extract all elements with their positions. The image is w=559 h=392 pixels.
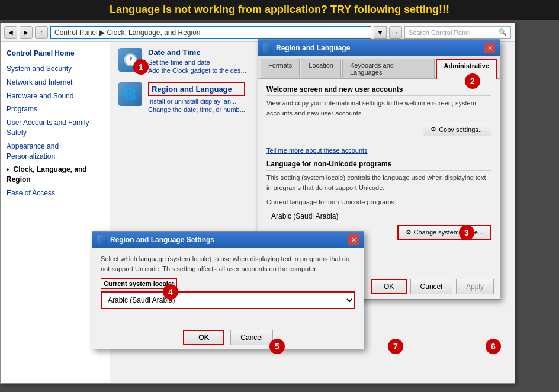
search-box[interactable]: Search Control Panel 🔍 bbox=[404, 26, 511, 39]
refresh-button[interactable]: → bbox=[389, 26, 402, 39]
dialog-title-area: Region and Language bbox=[263, 43, 350, 53]
current-value: Arabic (Saudi Arabia) bbox=[266, 212, 491, 220]
date-time-link3[interactable]: Add the Clock gadget to the des... bbox=[148, 67, 246, 74]
region-title[interactable]: Region and Language bbox=[148, 82, 245, 96]
locale-select-wrapper: Arabic (Saudi Arabia) English (United St… bbox=[101, 291, 355, 309]
dialog-apply-button[interactable]: Apply bbox=[456, 279, 494, 294]
settings-ok-button[interactable]: OK bbox=[183, 330, 224, 345]
settings-close-button[interactable]: ✕ bbox=[348, 234, 359, 245]
settings-title-area: Region and Language Settings bbox=[97, 235, 214, 245]
dialog-tabs: Formats Location Keyboards and Languages… bbox=[258, 56, 500, 79]
step-3-indicator: 3 bbox=[459, 225, 474, 240]
tell-more-link[interactable]: Tell me more about these accounts bbox=[266, 147, 491, 154]
sidebar-item-system[interactable]: System and Security bbox=[1, 62, 110, 76]
sidebar-home[interactable]: Control Panel Home bbox=[1, 47, 110, 62]
step-1-indicator: 1 bbox=[133, 59, 149, 75]
locale-select[interactable]: Arabic (Saudi Arabia) English (United St… bbox=[102, 293, 354, 308]
step-7-indicator: 7 bbox=[388, 339, 403, 354]
sidebar-item-appearance[interactable]: Appearance and Personalization bbox=[1, 140, 110, 163]
settings-description: Select which language (system locale) to… bbox=[101, 254, 355, 274]
dialog-close-button[interactable]: ✕ bbox=[484, 43, 495, 53]
back-button[interactable]: ◀ bbox=[4, 26, 17, 39]
region-link1[interactable]: Install or uninstall display lan... bbox=[148, 98, 245, 105]
date-time-title[interactable]: Date and Time bbox=[148, 48, 246, 57]
bullet-icon: • bbox=[7, 165, 9, 175]
sidebar-item-hardware[interactable]: Hardware and Sound bbox=[1, 89, 110, 103]
non-unicode-text: This setting (system locale) controls th… bbox=[266, 173, 491, 192]
address-path[interactable]: Control Panel ▶ Clock, Language, and Reg… bbox=[50, 26, 371, 39]
copy-settings-button[interactable]: ⚙ Copy settings... bbox=[423, 123, 491, 136]
tab-keyboards[interactable]: Keyboards and Languages bbox=[342, 59, 435, 78]
sidebar-item-programs[interactable]: Programs bbox=[1, 102, 110, 116]
up-button[interactable]: ↑ bbox=[35, 26, 48, 39]
change-system-locale-button[interactable]: ⚙ Change system locale... bbox=[397, 225, 491, 240]
sidebar-item-user-accounts[interactable]: User Accounts and Family Safety bbox=[1, 116, 110, 140]
region-icon: 🌐 bbox=[118, 82, 142, 106]
tab-location[interactable]: Location bbox=[301, 59, 341, 78]
step-2-indicator: 2 bbox=[465, 73, 480, 89]
locale-icon: ⚙ bbox=[406, 229, 412, 236]
dialog-titlebar: Region and Language ✕ bbox=[258, 40, 500, 56]
region-link2[interactable]: Change the date, time, or numb... bbox=[148, 106, 245, 113]
region-text: Region and Language Install or uninstall… bbox=[148, 82, 245, 113]
step-4-indicator: 4 bbox=[163, 284, 178, 300]
settings-cancel-button[interactable]: Cancel bbox=[230, 330, 272, 345]
welcome-text: View and copy your international setting… bbox=[266, 98, 491, 118]
welcome-header: Welcome screen and new user accounts bbox=[266, 85, 491, 96]
title-banner: Language is not working from application… bbox=[0, 0, 559, 20]
settings-content: Select which language (system locale) to… bbox=[92, 248, 364, 321]
sidebar-item-network[interactable]: Network and Internet bbox=[1, 76, 110, 89]
settings-dialog: Region and Language Settings ✕ Select wh… bbox=[92, 231, 364, 349]
search-icon: 🔍 bbox=[499, 28, 507, 36]
settings-dialog-titlebar: Region and Language Settings ✕ bbox=[92, 232, 364, 248]
address-dropdown[interactable]: ▼ bbox=[374, 26, 387, 39]
non-unicode-header: Language for non-Unicode programs bbox=[266, 160, 491, 171]
current-label: Current language for non-Unicode program… bbox=[266, 197, 491, 207]
step-5-indicator: 5 bbox=[269, 339, 285, 354]
tab-formats[interactable]: Formats bbox=[261, 59, 300, 78]
dialog-ok-button[interactable]: OK bbox=[371, 279, 407, 294]
dialog-title-icon bbox=[263, 43, 272, 53]
sidebar-item-clock[interactable]: • Clock, Language, and Region bbox=[1, 163, 110, 187]
step-6-indicator: 6 bbox=[486, 339, 501, 354]
dialog-cancel-button[interactable]: Cancel bbox=[410, 279, 452, 294]
settings-icon: ⚙ bbox=[431, 126, 436, 133]
sidebar-item-ease[interactable]: Ease of Access bbox=[1, 187, 110, 200]
forward-button[interactable]: ▶ bbox=[20, 26, 33, 39]
date-time-link1[interactable]: Set the time and date bbox=[148, 59, 246, 66]
date-time-text: Date and Time Set the time and date Add … bbox=[148, 48, 246, 74]
settings-title-icon bbox=[97, 235, 107, 245]
settings-footer: OK Cancel bbox=[92, 326, 364, 349]
